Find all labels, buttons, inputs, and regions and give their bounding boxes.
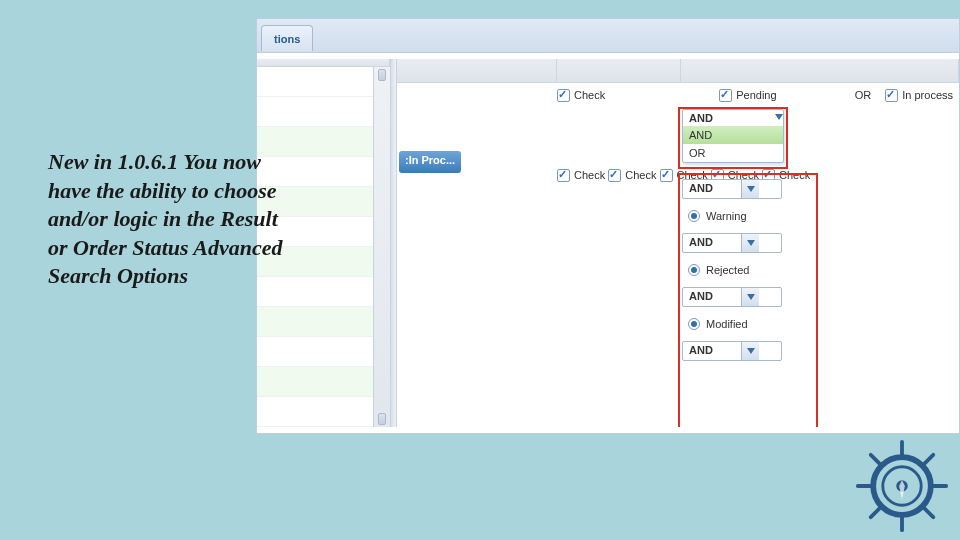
list-item[interactable]: [257, 307, 373, 337]
check-checkbox[interactable]: Check: [608, 141, 656, 209]
main-pane: Check Pending OR In process :In Proc...: [397, 59, 959, 427]
inprocess-checkbox[interactable]: In process: [885, 89, 953, 102]
combo-option-and[interactable]: AND: [683, 126, 783, 144]
chevron-down-icon[interactable]: [741, 234, 759, 252]
logic-combo[interactable]: AND: [682, 179, 782, 199]
chevron-down-icon[interactable]: [775, 110, 783, 126]
logic-combo[interactable]: AND: [682, 341, 782, 361]
or-text: OR: [855, 89, 872, 101]
chevron-down-icon[interactable]: [741, 288, 759, 306]
logic-combo-open[interactable]: AND AND OR: [682, 109, 784, 163]
pending-label: Pending: [736, 89, 776, 101]
tab-options[interactable]: tions: [261, 25, 313, 51]
logic-combo[interactable]: AND: [682, 233, 782, 253]
logic-combo[interactable]: AND: [682, 287, 782, 307]
feature-description: New in 1.0.6.1 You now have the ability …: [48, 148, 288, 291]
left-scrollbar[interactable]: [373, 67, 390, 427]
ship-wheel-logo: [854, 438, 950, 534]
panes: Check Pending OR In process :In Proc...: [257, 53, 959, 427]
tab-bar: tions: [257, 19, 959, 53]
modified-radio[interactable]: Modified: [688, 318, 748, 330]
app-window: tions: [256, 18, 960, 434]
check-label: Check: [574, 89, 605, 101]
chevron-down-icon[interactable]: [741, 180, 759, 198]
rejected-radio[interactable]: Rejected: [688, 264, 749, 276]
pending-checkbox[interactable]: Pending: [719, 89, 776, 102]
filter-pill[interactable]: :In Proc...: [399, 151, 461, 173]
logic-status-column: AND Warning AND: [682, 179, 812, 361]
chevron-down-icon[interactable]: [741, 342, 759, 360]
check-checkbox[interactable]: Check: [557, 141, 605, 209]
warning-radio[interactable]: Warning: [688, 210, 747, 222]
combo-option-or[interactable]: OR: [683, 144, 783, 162]
inprocess-label: In process: [902, 89, 953, 101]
check-checkbox[interactable]: Check: [557, 89, 605, 102]
top-filter-row: Check Pending OR In process: [557, 83, 953, 109]
list-item[interactable]: [257, 367, 373, 397]
